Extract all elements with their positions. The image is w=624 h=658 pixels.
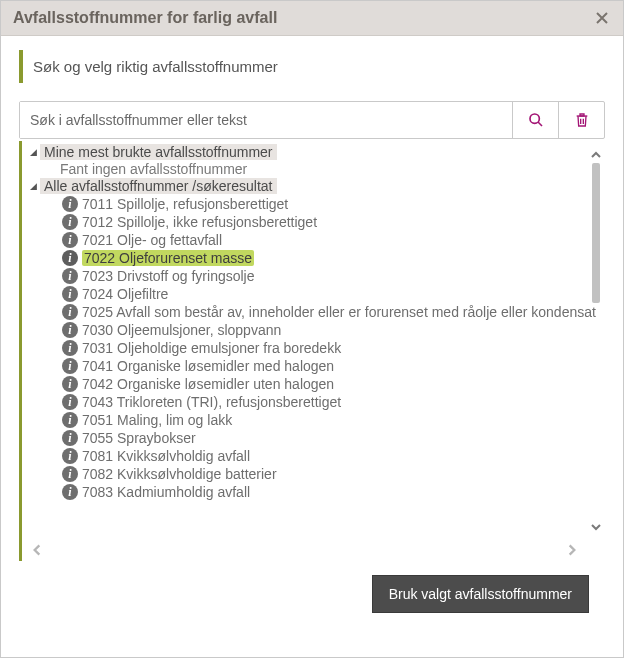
info-icon: i bbox=[62, 232, 78, 248]
tree-item[interactable]: i7011 Spillolje, refusjonsberettiget bbox=[44, 195, 581, 213]
tree-item-label: 7042 Organiske løsemidler uten halogen bbox=[82, 376, 334, 392]
tree-group[interactable]: ◢Mine mest brukte avfallsstoffnummer bbox=[26, 143, 581, 161]
tree-item-label: 7041 Organiske løsemidler med halogen bbox=[82, 358, 334, 374]
scroll-down-icon[interactable] bbox=[588, 519, 604, 535]
tree-item[interactable]: i7025 Avfall som består av, inneholder e… bbox=[44, 303, 581, 321]
tree-item[interactable]: i7024 Oljefiltre bbox=[44, 285, 581, 303]
tree-group[interactable]: ◢Alle avfallsstoffnummer /søkeresultat bbox=[26, 177, 581, 195]
tree-item[interactable]: i7055 Spraybokser bbox=[44, 429, 581, 447]
info-icon: i bbox=[62, 286, 78, 302]
tree-item-label: 7083 Kadmiumholdig avfall bbox=[82, 484, 250, 500]
instruction-bar: Søk og velg riktig avfallsstoffnummer bbox=[19, 50, 605, 83]
tree-item[interactable]: i7082 Kvikksølvholdige batterier bbox=[44, 465, 581, 483]
scroll-up-icon[interactable] bbox=[588, 147, 604, 163]
tree-item[interactable]: i7051 Maling, lim og lakk bbox=[44, 411, 581, 429]
tree-empty-message: Fant ingen avfallsstoffnummer bbox=[26, 161, 581, 177]
apply-button[interactable]: Bruk valgt avfallsstoffnummer bbox=[372, 575, 589, 613]
info-icon: i bbox=[62, 304, 78, 320]
info-icon: i bbox=[62, 250, 78, 266]
svg-line-1 bbox=[538, 122, 542, 126]
tree-item-label: 7043 Trikloreten (TRI), refusjonsberetti… bbox=[82, 394, 341, 410]
tree-item-label: 7021 Olje- og fettavfall bbox=[82, 232, 222, 248]
info-icon: i bbox=[62, 358, 78, 374]
scroll-thumb[interactable] bbox=[592, 163, 600, 303]
info-icon: i bbox=[62, 412, 78, 428]
info-icon: i bbox=[62, 376, 78, 392]
instruction-text: Søk og velg riktig avfallsstoffnummer bbox=[33, 58, 278, 75]
tree-children: i7011 Spillolje, refusjonsberettigeti701… bbox=[26, 195, 581, 501]
info-icon: i bbox=[62, 268, 78, 284]
dialog-content: Søk og velg riktig avfallsstoffnummer ◢M… bbox=[1, 36, 623, 657]
close-icon bbox=[596, 12, 608, 24]
tree-item-label: 7024 Oljefiltre bbox=[82, 286, 168, 302]
caret-down-icon: ◢ bbox=[27, 147, 38, 157]
info-icon: i bbox=[62, 448, 78, 464]
tree-item[interactable]: i7081 Kvikksølvholdig avfall bbox=[44, 447, 581, 465]
search-row bbox=[19, 101, 605, 139]
search-icon bbox=[528, 112, 544, 128]
info-icon: i bbox=[62, 196, 78, 212]
tree-item[interactable]: i7031 Oljeholdige emulsjoner fra boredek… bbox=[44, 339, 581, 357]
scroll-right-icon[interactable] bbox=[563, 541, 581, 559]
tree-group-label: Alle avfallsstoffnummer /søkeresultat bbox=[40, 178, 277, 194]
tree-item-label: 7025 Avfall som består av, inneholder el… bbox=[82, 304, 596, 320]
dialog-title: Avfallsstoffnummer for farlig avfall bbox=[13, 9, 277, 27]
close-button[interactable] bbox=[593, 9, 611, 27]
tree-item-label: 7031 Oljeholdige emulsjoner fra boredekk bbox=[82, 340, 341, 356]
tree-item[interactable]: i7041 Organiske løsemidler med halogen bbox=[44, 357, 581, 375]
tree-item-label: 7081 Kvikksølvholdig avfall bbox=[82, 448, 250, 464]
horizontal-scrollbar[interactable] bbox=[28, 539, 581, 561]
tree-item-label: 7012 Spillolje, ikke refusjonsberettiget bbox=[82, 214, 317, 230]
caret-down-icon: ◢ bbox=[27, 181, 38, 191]
clear-button[interactable] bbox=[558, 102, 604, 138]
tree-group-label: Mine mest brukte avfallsstoffnummer bbox=[40, 144, 277, 160]
info-icon: i bbox=[62, 322, 78, 338]
info-icon: i bbox=[62, 214, 78, 230]
info-icon: i bbox=[62, 466, 78, 482]
tree-item[interactable]: i7012 Spillolje, ikke refusjonsberettige… bbox=[44, 213, 581, 231]
tree-item-label: 7055 Spraybokser bbox=[82, 430, 196, 446]
tree-container: ◢Mine mest brukte avfallsstoffnummerFant… bbox=[19, 141, 605, 561]
tree-view: ◢Mine mest brukte avfallsstoffnummerFant… bbox=[24, 141, 605, 561]
tree-item-label: 7082 Kvikksølvholdige batterier bbox=[82, 466, 277, 482]
tree-item[interactable]: i7043 Trikloreten (TRI), refusjonsberett… bbox=[44, 393, 581, 411]
tree-item-label: 7022 Oljeforurenset masse bbox=[82, 250, 254, 266]
search-input[interactable] bbox=[20, 102, 512, 138]
dialog-footer: Bruk valgt avfallsstoffnummer bbox=[19, 561, 605, 613]
tree-item[interactable]: i7022 Oljeforurenset masse bbox=[44, 249, 581, 267]
dialog-titlebar: Avfallsstoffnummer for farlig avfall bbox=[1, 1, 623, 36]
tree-item[interactable]: i7042 Organiske løsemidler uten halogen bbox=[44, 375, 581, 393]
trash-icon bbox=[574, 112, 590, 128]
scroll-left-icon[interactable] bbox=[28, 541, 46, 559]
scroll-track[interactable] bbox=[588, 163, 604, 519]
tree-item-label: 7030 Oljeemulsjoner, sloppvann bbox=[82, 322, 281, 338]
tree-item-label: 7051 Maling, lim og lakk bbox=[82, 412, 232, 428]
info-icon: i bbox=[62, 394, 78, 410]
tree-item-label: 7011 Spillolje, refusjonsberettiget bbox=[82, 196, 288, 212]
search-button[interactable] bbox=[512, 102, 558, 138]
tree-item[interactable]: i7030 Oljeemulsjoner, sloppvann bbox=[44, 321, 581, 339]
svg-point-0 bbox=[530, 114, 539, 123]
vertical-scrollbar[interactable] bbox=[587, 147, 605, 535]
tree-item-label: 7023 Drivstoff og fyringsolje bbox=[82, 268, 255, 284]
info-icon: i bbox=[62, 484, 78, 500]
info-icon: i bbox=[62, 430, 78, 446]
tree-item[interactable]: i7023 Drivstoff og fyringsolje bbox=[44, 267, 581, 285]
info-icon: i bbox=[62, 340, 78, 356]
tree-item[interactable]: i7083 Kadmiumholdig avfall bbox=[44, 483, 581, 501]
tree-item[interactable]: i7021 Olje- og fettavfall bbox=[44, 231, 581, 249]
